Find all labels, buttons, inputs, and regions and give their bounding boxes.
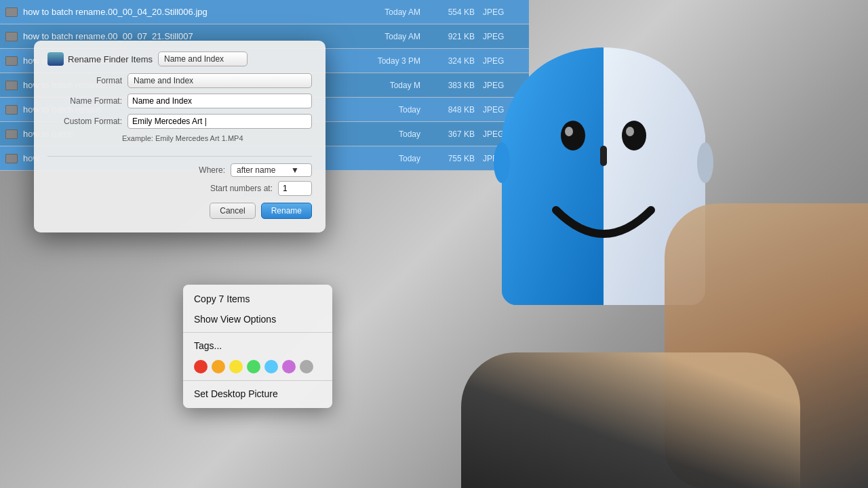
file-icon bbox=[5, 32, 18, 41]
example-label: Example: bbox=[122, 134, 153, 142]
context-menu-tag-dots bbox=[183, 356, 332, 378]
context-menu-view-options[interactable]: Show View Options bbox=[183, 309, 332, 329]
context-menu: Copy 7 Items Show View Options Tags... S… bbox=[183, 285, 332, 408]
file-date: Today M bbox=[320, 81, 429, 90]
rename-section-label: Rename Finder Items bbox=[68, 54, 153, 64]
rename-type-dropdown[interactable]: Name and Index Name and Counter Name and… bbox=[158, 52, 248, 66]
svg-point-2 bbox=[622, 121, 646, 150]
tag-dot-green[interactable] bbox=[247, 360, 260, 373]
custom-format-label: Custom Format: bbox=[47, 117, 122, 126]
file-icon bbox=[5, 154, 18, 163]
context-menu-set-desktop[interactable]: Set Desktop Picture bbox=[183, 384, 332, 404]
rename-icon bbox=[47, 52, 64, 66]
format-label: Format bbox=[47, 76, 122, 85]
file-icon bbox=[5, 7, 18, 17]
file-size: 554 KB bbox=[429, 7, 483, 17]
rename-dialog: Rename Finder Items Name and Index Name … bbox=[34, 41, 326, 232]
tag-dot-blue[interactable] bbox=[264, 360, 278, 373]
name-format-input[interactable] bbox=[127, 94, 312, 108]
svg-point-5 bbox=[494, 142, 510, 183]
example-value: Emily Mercedes Art 1.MP4 bbox=[155, 134, 243, 142]
custom-format-input[interactable] bbox=[127, 114, 312, 129]
context-menu-tags[interactable]: Tags... bbox=[183, 336, 332, 356]
format-dropdown[interactable]: Name and Index Name and Counter Name and… bbox=[127, 73, 312, 88]
start-numbers-input[interactable] bbox=[278, 181, 312, 196]
file-kind: JPEG bbox=[483, 7, 524, 17]
finder-row[interactable]: how to batch rename.00_00_04_20.Still006… bbox=[0, 0, 529, 24]
svg-point-0 bbox=[561, 121, 585, 150]
tag-dot-orange[interactable] bbox=[212, 360, 225, 373]
hand-bottom bbox=[461, 352, 800, 488]
file-name: how to batch rename.00_00_07_21.Still007 bbox=[23, 31, 320, 41]
tag-dot-red[interactable] bbox=[194, 360, 208, 373]
start-label: Start numbers at: bbox=[210, 184, 273, 193]
tag-dot-yellow[interactable] bbox=[229, 360, 243, 373]
svg-rect-4 bbox=[600, 146, 607, 166]
tag-dot-gray[interactable] bbox=[300, 360, 313, 373]
file-date: Today bbox=[320, 154, 429, 163]
file-icon bbox=[5, 56, 18, 66]
context-menu-separator-1 bbox=[183, 332, 332, 333]
file-date: Today AM bbox=[320, 7, 429, 17]
file-date: Today AM bbox=[320, 32, 429, 41]
cancel-button[interactable]: Cancel bbox=[210, 203, 255, 219]
svg-point-6 bbox=[697, 142, 713, 183]
file-date: Today bbox=[320, 105, 429, 115]
where-value: after name ▼ bbox=[231, 163, 312, 177]
example-text: Example: Emily Mercedes Art 1.MP4 bbox=[47, 134, 312, 142]
where-label: Where: bbox=[199, 165, 225, 175]
file-icon bbox=[5, 105, 18, 115]
context-menu-separator-2 bbox=[183, 380, 332, 381]
file-icon bbox=[5, 81, 18, 90]
file-name: how to batch rename.00_00_04_20.Still006… bbox=[23, 7, 320, 17]
file-date: Today 3 PM bbox=[320, 56, 429, 66]
tag-dot-purple[interactable] bbox=[282, 360, 296, 373]
file-date: Today bbox=[320, 129, 429, 139]
name-format-label: Name Format: bbox=[47, 96, 122, 106]
svg-point-1 bbox=[565, 127, 573, 136]
context-menu-copy[interactable]: Copy 7 Items bbox=[183, 289, 332, 309]
svg-point-3 bbox=[626, 127, 634, 136]
file-icon bbox=[5, 129, 18, 139]
rename-button[interactable]: Rename bbox=[261, 203, 312, 219]
